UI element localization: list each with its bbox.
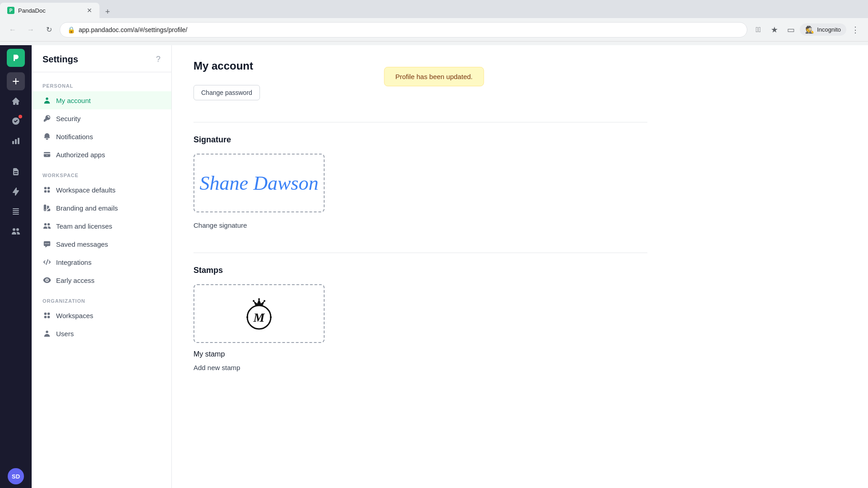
toast-notification: Profile has been updated. [384, 67, 484, 86]
divider-1 [193, 122, 647, 122]
signature-section-title: Signature [193, 135, 647, 145]
rail-people-icon[interactable] [7, 222, 25, 240]
svg-point-6 [246, 316, 248, 318]
rail-file-icon[interactable] [7, 163, 25, 181]
tab-favicon: P [7, 7, 14, 14]
my-account-icon [42, 96, 52, 105]
rail-chart-icon[interactable] [7, 132, 25, 150]
authorized-apps-label: Authorized apps [56, 151, 105, 159]
rail-home-icon[interactable] [7, 92, 25, 110]
early-access-icon [42, 276, 52, 285]
new-tab-button[interactable]: + [101, 5, 114, 18]
stamp-image: M [241, 296, 277, 332]
incognito-label: Incognito [817, 26, 841, 33]
sidebar-item-workspaces[interactable]: Workspaces [32, 306, 171, 324]
sidebar-item-notifications[interactable]: Notifications [32, 127, 171, 145]
url-text: app.pandadoc.com/a/#/settings/profile/ [79, 26, 188, 33]
sidebar-item-security[interactable]: Security [32, 109, 171, 127]
change-password-button[interactable]: Change password [193, 85, 260, 100]
address-bar[interactable]: 🔒 app.pandadoc.com/a/#/settings/profile/ [60, 22, 747, 38]
users-icon [42, 329, 52, 338]
rail-add-icon[interactable] [7, 72, 25, 90]
personal-section-label: PERSONAL [32, 78, 171, 91]
toast-message: Profile has been updated. [396, 73, 473, 80]
integrations-label: Integrations [56, 258, 91, 266]
bookmark-button[interactable]: ★ [767, 23, 782, 37]
workspace-defaults-icon [42, 185, 52, 194]
workspaces-icon [42, 311, 52, 320]
left-rail: SD [0, 45, 32, 488]
branding-emails-label: Branding and emails [56, 204, 118, 212]
workspace-section-label: WORKSPACE [32, 167, 171, 181]
early-access-label: Early access [56, 277, 94, 284]
incognito-icon: 🕵 [805, 25, 814, 34]
settings-sidebar: Settings ? PERSONAL My account Security [32, 45, 172, 488]
reload-button[interactable]: ↻ [42, 23, 56, 37]
user-avatar[interactable]: SD [8, 468, 24, 484]
browser-tabs: P PandaDoc ✕ + [0, 0, 868, 18]
forward-button[interactable]: → [24, 23, 38, 37]
sidebar-item-saved-messages[interactable]: Saved messages [32, 235, 171, 253]
sidebar-item-integrations[interactable]: Integrations [32, 253, 171, 271]
users-label: Users [56, 330, 74, 338]
change-password-label: Change password [201, 89, 252, 96]
rail-check-icon[interactable] [7, 112, 25, 130]
saved-messages-icon [42, 239, 52, 249]
svg-point-7 [270, 316, 272, 318]
add-stamp-link[interactable]: Add new stamp [193, 364, 647, 371]
sidebar-item-authorized-apps[interactable]: Authorized apps [32, 145, 171, 164]
sidebar-item-workspace-defaults[interactable]: Workspace defaults [32, 181, 171, 199]
rail-badge [19, 115, 22, 118]
svg-point-3 [264, 300, 265, 302]
tab-title: PandaDoc [18, 7, 46, 14]
help-icon[interactable]: ? [156, 55, 160, 64]
main-content: My account Change password Signature Sha… [172, 45, 868, 488]
incognito-badge: 🕵 Incognito [800, 23, 846, 36]
rail-list-icon[interactable] [7, 202, 25, 221]
security-label: Security [56, 115, 80, 122]
signature-box[interactable]: Shane Dawson [193, 154, 325, 212]
sidebar-item-users[interactable]: Users [32, 324, 171, 343]
workspace-defaults-label: Workspace defaults [56, 186, 115, 194]
sidebar-title: Settings [42, 54, 78, 65]
svg-point-2 [258, 298, 260, 300]
sidebar-item-my-account[interactable]: My account [32, 91, 171, 109]
my-account-label: My account [56, 97, 91, 104]
eye-slash-icon[interactable]: 👁⃠ [751, 23, 765, 37]
lock-icon: 🔒 [67, 26, 75, 33]
stamp-box[interactable]: M [193, 284, 325, 343]
pandadoc-logo[interactable] [7, 49, 25, 67]
sidebar-header: Settings ? [32, 45, 171, 72]
back-button[interactable]: ← [5, 23, 20, 37]
browser-chrome: P PandaDoc ✕ + ← → ↻ 🔒 app.pandadoc.com/… [0, 0, 868, 45]
browser-nav: ← → ↻ 🔒 app.pandadoc.com/a/#/settings/pr… [0, 18, 868, 42]
notifications-icon [42, 132, 52, 141]
saved-messages-label: Saved messages [56, 240, 108, 248]
security-icon [42, 114, 52, 123]
nav-right: 👁⃠ ★ ▭ 🕵 Incognito ⋮ [751, 23, 863, 37]
notifications-label: Notifications [56, 133, 93, 141]
organization-section-label: ORGANIZATION [32, 293, 171, 306]
sidebar-item-team-licenses[interactable]: Team and licenses [32, 217, 171, 235]
svg-text:M: M [253, 310, 265, 324]
integrations-icon [42, 258, 52, 267]
team-licenses-label: Team and licenses [56, 222, 112, 230]
content-inner: My account Change password Signature Sha… [172, 45, 669, 386]
change-signature-link[interactable]: Change signature [193, 220, 247, 231]
signature-text: Shane Dawson [200, 172, 319, 195]
my-stamp-label: My stamp [193, 350, 647, 358]
rail-lightning-icon[interactable] [7, 183, 25, 201]
branding-emails-icon [42, 203, 52, 212]
active-tab[interactable]: P PandaDoc ✕ [0, 3, 99, 18]
svg-point-1 [253, 300, 255, 302]
tab-close-button[interactable]: ✕ [87, 7, 92, 14]
team-licenses-icon [42, 221, 52, 230]
divider-2 [193, 253, 647, 253]
sidebar-item-branding-emails[interactable]: Branding and emails [32, 199, 171, 217]
sidebar-content: PERSONAL My account Security Notificatio… [32, 72, 171, 488]
more-options-button[interactable]: ⋮ [848, 23, 863, 37]
split-view-button[interactable]: ▭ [783, 23, 798, 37]
app-layout: SD Settings ? PERSONAL My account Securi… [0, 45, 868, 488]
stamps-section-title: Stamps [193, 266, 647, 275]
sidebar-item-early-access[interactable]: Early access [32, 271, 171, 289]
